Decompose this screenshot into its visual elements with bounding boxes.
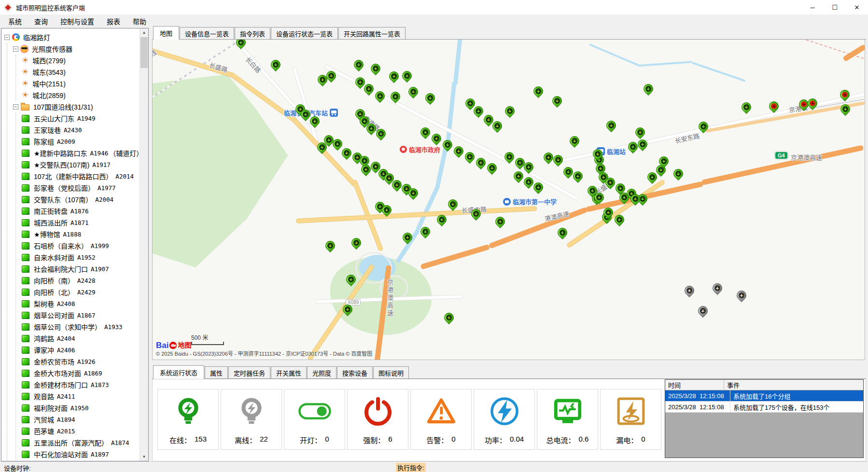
- tree-item-sensor-3[interactable]: ☀城北(2859): [22, 89, 139, 101]
- tree-item-device-5[interactable]: 107北（建新中路路口西）A2014: [22, 170, 139, 182]
- tree-item-device-8[interactable]: 南正街转盘A1876: [22, 205, 139, 217]
- map-pin-online[interactable]: +: [642, 82, 655, 96]
- event-log-row[interactable]: 2025/3/28 12:15:08系统加载了16个分组: [665, 390, 863, 402]
- tree-item-device-21[interactable]: 金桥农贸市场A1926: [22, 356, 139, 367]
- map-pin-online[interactable]: +: [387, 69, 401, 83]
- expand-toggle[interactable]: −: [13, 104, 18, 110]
- tree-item-device-12[interactable]: 自来水斜对面A1952: [22, 251, 139, 263]
- tree-item-device-7[interactable]: 交警队东（107南）A2004: [22, 194, 139, 205]
- tree-item-device-18[interactable]: 烟草公司（求知中学）A1933: [22, 321, 139, 333]
- map-pin-alarm[interactable]: +: [767, 99, 781, 113]
- map-tab-4[interactable]: 开关回路属性一览表: [338, 27, 406, 39]
- minimize-button[interactable]: ─: [801, 0, 824, 14]
- map-pin-online[interactable]: +: [352, 58, 365, 71]
- map-canvas[interactable]: 京广线长盛路长白路长安南路长安东路京港线长盛路长盛中路港澳高速京港澳高速京港澳高…: [152, 40, 865, 360]
- map-pin-online[interactable]: +: [740, 100, 753, 114]
- map-pin-online[interactable]: +: [419, 125, 432, 139]
- map-pin-online[interactable]: +: [406, 85, 420, 98]
- tree-item-device-23[interactable]: 金桥建材市场门口A1873: [22, 379, 139, 390]
- map-pin-online[interactable]: +: [485, 161, 499, 175]
- bottom-tab-2[interactable]: 定时器任务: [228, 366, 270, 378]
- tree-group-road107[interactable]: −107国道沿线(31/31): [13, 101, 139, 112]
- menu-item-0[interactable]: 系统: [2, 14, 28, 28]
- tree-item-device-24[interactable]: 观音路A2411: [22, 390, 139, 402]
- tree-item-device-15[interactable]: 向阳桥（北）A2429: [22, 286, 139, 298]
- tree-item-device-11[interactable]: 石咀桥（自来水）A1999: [22, 240, 139, 251]
- menu-item-4[interactable]: 帮助: [126, 14, 153, 28]
- map-pin-online[interactable]: +: [446, 197, 460, 211]
- map-pin-online[interactable]: +: [474, 156, 488, 169]
- bottom-tab-4[interactable]: 光照度: [307, 366, 336, 378]
- maximize-button[interactable]: ☐: [824, 0, 846, 14]
- map-pin-online[interactable]: +: [672, 167, 685, 180]
- tree-item-device-26[interactable]: 汽贸城A1894: [22, 414, 139, 425]
- map-tab-0[interactable]: 地图: [153, 26, 179, 40]
- tree-item-device-19[interactable]: 鸿鹤路A2404: [22, 333, 139, 344]
- bottom-tab-0[interactable]: 系统运行状态: [153, 365, 204, 379]
- menu-item-3[interactable]: 报表: [100, 14, 126, 28]
- expand-toggle[interactable]: −: [4, 35, 10, 40]
- map-pin-online[interactable]: +: [463, 150, 476, 164]
- map-pin-online[interactable]: +: [452, 144, 465, 158]
- map-pin-online[interactable]: +: [493, 215, 507, 228]
- tree-item-device-17[interactable]: 烟草公司对面A1867: [22, 309, 139, 321]
- bottom-tab-5[interactable]: 搜索设备: [337, 366, 373, 378]
- tree-item-device-22[interactable]: 金桥大市场对面A1869: [22, 367, 139, 379]
- map-pin-online[interactable]: +: [430, 132, 443, 145]
- map-pin-offline[interactable]: +: [711, 281, 724, 295]
- bottom-tab-3[interactable]: 开关属性: [271, 366, 307, 378]
- map-pin-online[interactable]: +: [269, 58, 282, 71]
- map-tab-2[interactable]: 指令列表: [235, 27, 270, 39]
- map-pin-online[interactable]: +: [503, 150, 516, 164]
- tree-item-sensor-2[interactable]: ☀城中(2151): [22, 78, 139, 89]
- event-log-row[interactable]: 2025/3/28 12:15:08系统加载了175个设备，在线153个: [665, 402, 863, 413]
- map-pin-online[interactable]: +: [568, 134, 581, 148]
- map-pin-offline[interactable]: +: [696, 304, 710, 318]
- map-pin-online[interactable]: +: [556, 226, 569, 239]
- map-pin-online[interactable]: +: [636, 138, 649, 151]
- tree-item-device-27[interactable]: 芭茅塘A2015: [22, 425, 139, 437]
- map-pin-online[interactable]: +: [323, 239, 337, 252]
- menu-item-2[interactable]: 控制与设置: [54, 14, 100, 28]
- map-pin-online[interactable]: +: [550, 94, 564, 108]
- close-button[interactable]: ✕: [846, 0, 868, 14]
- map-pin-online[interactable]: +: [234, 40, 248, 49]
- map-pin-online[interactable]: +: [503, 104, 517, 118]
- tree-item-device-4[interactable]: ★交警队西(107南)A1917: [22, 159, 139, 170]
- tree-scrollbar[interactable]: ▲ ▼: [140, 28, 148, 461]
- tree-item-device-2[interactable]: 陈家组A2009: [22, 136, 139, 147]
- tree-item-device-28[interactable]: 五里派出所（富源汽配）A1874: [22, 437, 139, 448]
- expand-toggle[interactable]: −: [13, 46, 18, 52]
- scrollbar-thumb[interactable]: [140, 37, 148, 68]
- tree-item-device-14[interactable]: 向阳桥（南）A2428: [22, 275, 139, 286]
- tree-item-device-16[interactable]: 梨树巷A2408: [22, 298, 139, 309]
- tree-item-device-10[interactable]: ★博物馆A1888: [22, 228, 139, 240]
- map-pin-online[interactable]: +: [423, 91, 437, 105]
- map-pin-online[interactable]: +: [442, 311, 456, 324]
- bottom-tab-1[interactable]: 属性: [205, 366, 228, 378]
- tree-item-device-13[interactable]: 社会福利院大门口A1907: [22, 263, 139, 275]
- tree-item-sensor-0[interactable]: ☀城西(2799): [22, 55, 139, 66]
- bottom-tab-6[interactable]: 图标说明: [373, 366, 409, 378]
- map-pin-online[interactable]: +: [340, 146, 353, 160]
- tree-item-device-29[interactable]: 中石化加油站对面A1897: [22, 448, 139, 460]
- map-pin-online[interactable]: +: [369, 62, 382, 75]
- tree-item-device-9[interactable]: 城西派出所A1871: [22, 217, 139, 228]
- map-pin-offline[interactable]: +: [735, 289, 748, 302]
- tree-item-device-0[interactable]: 五尖山大门东A1949: [22, 112, 139, 124]
- map-pin-offline[interactable]: +: [683, 284, 696, 297]
- scroll-down-icon[interactable]: ▼: [140, 453, 148, 461]
- tree-item-device-6[interactable]: 彭家巷（党校后面）A1977: [22, 182, 139, 194]
- tree-item-device-3[interactable]: ★建新中路路口东A1946（辅道灯）: [22, 147, 139, 159]
- tree-group-sensors[interactable]: −光照度传感器: [13, 43, 139, 55]
- tree-item-device-1[interactable]: 王家珑巷A2430: [22, 124, 139, 136]
- tree-item-sensor-1[interactable]: ☀城东(3543): [22, 66, 139, 78]
- map-tab-1[interactable]: 设备信息一览表: [180, 27, 234, 39]
- map-tab-3[interactable]: 设备运行状态一览表: [271, 27, 338, 39]
- tree-item-device-20[interactable]: 谭家冲A2406: [22, 344, 139, 356]
- map-pin-online[interactable]: +: [633, 125, 647, 139]
- map-pin-online[interactable]: +: [551, 153, 565, 167]
- map-pin-online[interactable]: +: [532, 84, 545, 98]
- map-pin-online[interactable]: +: [400, 69, 414, 83]
- map-pin-online[interactable]: +: [604, 119, 618, 132]
